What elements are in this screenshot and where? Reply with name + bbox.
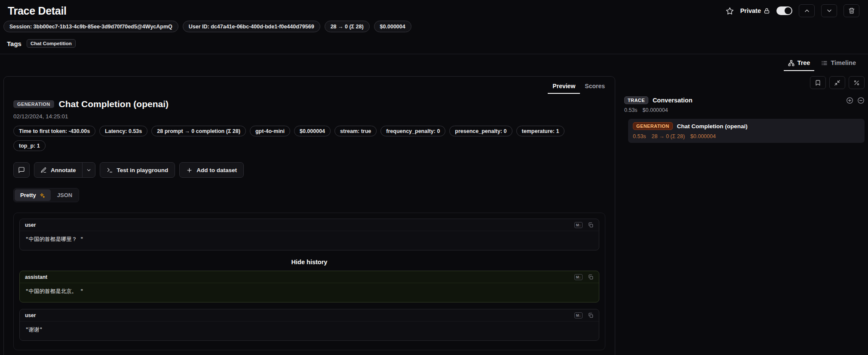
pretty-label: Pretty [20, 192, 36, 198]
percent-icon [853, 80, 860, 86]
expand-all-icon[interactable] [846, 97, 853, 104]
tab-timeline-label: Timeline [831, 59, 856, 66]
chat-bubble-icon [18, 167, 25, 173]
hide-history-button[interactable]: Hide history [19, 257, 599, 271]
copy-icon[interactable] [588, 312, 594, 318]
message-user-2: user M↓ "谢谢" [19, 309, 599, 341]
bookmark-star-button[interactable] [726, 7, 734, 15]
message-role: assistant [25, 274, 47, 280]
markdown-toggle-icon[interactable]: M↓ [574, 274, 583, 280]
playground-label: Test in playground [117, 167, 169, 173]
comments-button[interactable] [13, 162, 30, 178]
metric-pill: Latency: 0.53s [99, 126, 147, 136]
trash-icon [848, 7, 855, 14]
annotate-split-button: Annotate [34, 162, 95, 178]
generation-tokens: 28 → 0 (Σ 28) [652, 133, 685, 139]
test-in-playground-button[interactable]: Test in playground [100, 162, 175, 178]
sparkles-icon [39, 192, 45, 198]
observation-actions: Annotate Test in playground [13, 162, 605, 178]
observation-detail-card: Preview Scores GENERATION Chat Completio… [3, 76, 615, 355]
format-pretty-option[interactable]: Pretty [15, 189, 51, 201]
trace-meta-row: Session: 3bb00ec7-1b13-4c9b-85ee-3d9d70f… [0, 20, 868, 35]
tree-toolbar [621, 76, 865, 89]
tab-scores[interactable]: Scores [580, 80, 610, 94]
timeline-icon [821, 60, 828, 66]
message-user-1: user M↓ "中国的首都是哪里？ " [19, 219, 599, 250]
metric-pill: temperature: 1 [516, 126, 565, 136]
message-content: "谢谢" [20, 321, 599, 340]
tab-preview[interactable]: Preview [548, 80, 580, 94]
message-content: "中国的首都是哪里？ " [20, 231, 599, 250]
tags-row: Tags Chat Competition [0, 35, 868, 54]
visibility-status: Private [740, 7, 770, 14]
observation-metrics-pills: Time to first token: -430.00s Latency: 0… [13, 126, 605, 136]
tags-label: Tags [7, 40, 21, 47]
generation-cost: $0.000004 [690, 133, 716, 139]
next-trace-button[interactable] [821, 4, 837, 17]
format-json-option[interactable]: JSON [52, 189, 78, 201]
annotate-label: Annotate [51, 167, 76, 173]
metric-pill: 28 prompt → 0 completion (Σ 28) [151, 126, 246, 136]
terminal-icon [107, 167, 113, 173]
main-area: Preview Scores GENERATION Chat Completio… [0, 71, 868, 355]
metric-pill: Time to first token: -430.00s [13, 126, 95, 136]
trace-latency: 0.53s [624, 107, 638, 113]
trace-tree-panel: TRACE Conversation 0.53s $0.000004 GENER… [621, 76, 865, 143]
message-role: user [25, 312, 36, 318]
metric-pill: frequency_penalty: 0 [380, 126, 445, 136]
page-title: Trace Detail [8, 5, 67, 17]
show-metrics-button[interactable] [849, 76, 865, 89]
star-icon [726, 7, 734, 15]
observation-title: Chat Completion (openai) [59, 99, 169, 109]
message-content: "中国的首都是北京。 " [20, 283, 599, 302]
delete-trace-button[interactable] [843, 4, 859, 17]
view-switcher: Tree Timeline [0, 54, 868, 71]
format-toggle: Pretty JSON [13, 188, 79, 202]
markdown-toggle-icon[interactable]: M↓ [574, 222, 583, 228]
generation-metrics: 0.53s 28 → 0 (Σ 28) $0.000004 [633, 133, 860, 139]
trace-metrics: 0.53s $0.000004 [621, 107, 865, 113]
metric-pill: gpt-4o-mini [250, 126, 290, 136]
detail-tabs: Preview Scores [4, 77, 615, 94]
annotate-dropdown-button[interactable] [82, 163, 95, 177]
bookmark-icon [815, 80, 821, 86]
copy-icon[interactable] [588, 274, 594, 280]
tab-tree-label: Tree [797, 59, 810, 66]
chevron-down-icon [86, 167, 92, 173]
metric-pill: presence_penalty: 0 [449, 126, 512, 136]
observation-timestamp: 02/12/2024, 14:25:01 [13, 113, 605, 120]
lock-icon [764, 8, 770, 14]
public-sharing-toggle[interactable] [776, 6, 792, 15]
cost-chip: $0.000004 [374, 21, 411, 32]
user-id-chip[interactable]: User ID: dc47a41e-06bc-400d-bde1-f0e440d… [183, 21, 320, 32]
tab-timeline[interactable]: Timeline [817, 56, 860, 71]
chevron-down-icon [826, 7, 833, 14]
pen-icon [40, 167, 47, 173]
annotate-button[interactable]: Annotate [34, 163, 82, 177]
collapse-all-icon[interactable] [857, 97, 865, 104]
trace-type-badge: TRACE [624, 96, 648, 104]
page-header: Trace Detail Private [0, 0, 868, 20]
message-role: user [25, 222, 36, 228]
markdown-toggle-icon[interactable]: M↓ [574, 312, 583, 318]
add-to-dataset-button[interactable]: Add to dataset [179, 162, 244, 178]
message-assistant-1: assistant M↓ "中国的首都是北京。 " [19, 271, 599, 303]
scores-display-button[interactable] [810, 76, 826, 89]
tab-tree[interactable]: Tree [784, 56, 815, 71]
collapse-all-button[interactable] [829, 76, 845, 89]
copy-icon[interactable] [588, 222, 594, 228]
token-usage-chip: 28 → 0 (Σ 28) [325, 21, 370, 32]
tree-icon [788, 60, 794, 66]
metric-pill: $0.000004 [294, 126, 331, 136]
metric-pill: stream: true [334, 126, 377, 136]
previous-trace-button[interactable] [799, 4, 815, 17]
generation-latency: 0.53s [633, 133, 646, 139]
tag-chip[interactable]: Chat Competition [27, 39, 76, 48]
observation-type-badge: GENERATION [13, 100, 54, 108]
plus-icon [186, 167, 193, 173]
add-to-dataset-label: Add to dataset [196, 167, 237, 173]
tree-node-trace[interactable]: TRACE Conversation [621, 96, 865, 104]
tree-node-generation-selected[interactable]: GENERATION Chat Completion (openai) 0.53… [628, 119, 865, 143]
toggle-knob [785, 7, 791, 14]
session-chip[interactable]: Session: 3bb00ec7-1b13-4c9b-85ee-3d9d70f… [3, 21, 178, 32]
